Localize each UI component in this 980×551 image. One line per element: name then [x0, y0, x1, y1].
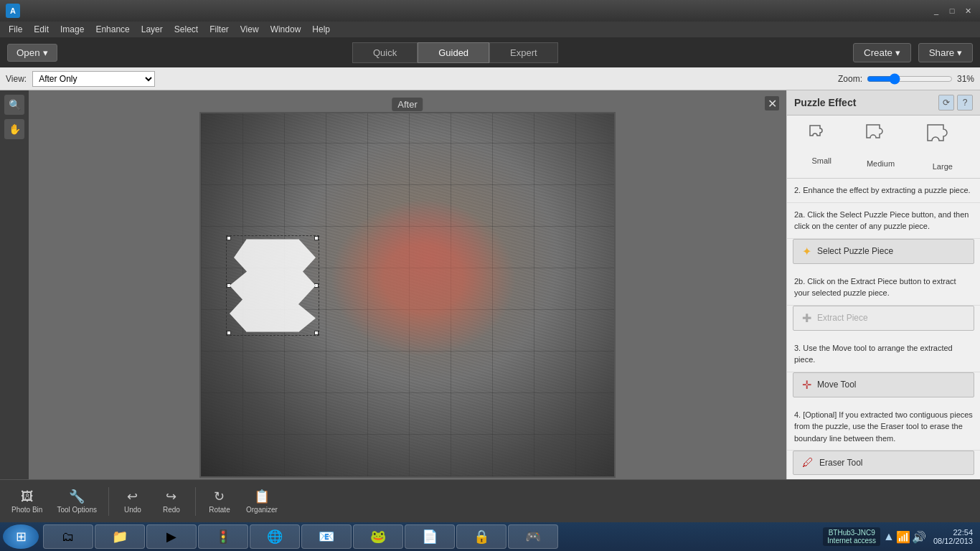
instruction-2b-text: 2b. Click on the Extract Piece button to… — [794, 277, 956, 298]
menu-enhance[interactable]: Enhance — [90, 23, 135, 36]
create-button[interactable]: Create ▾ — [853, 43, 911, 62]
canvas-area: After ✕ — [29, 90, 786, 479]
window-controls[interactable]: _ □ ✕ — [930, 4, 974, 17]
tab-guided[interactable]: Guided — [418, 42, 489, 63]
top-toolbar: Open ▾ Quick Guided Expert Create ▾ Shar… — [0, 37, 980, 67]
network-info: BTHub3-JNC9 Internet access — [823, 527, 880, 546]
right-panel-header: Puzzle Effect ⟳ ? — [787, 90, 980, 116]
taskbar-app-7[interactable]: 📄 — [405, 524, 455, 549]
taskbar-app-8[interactable]: 🔒 — [456, 524, 507, 549]
taskbar-app-9[interactable]: 🎮 — [508, 524, 558, 549]
share-label: Share — [929, 47, 955, 58]
extracted-puzzle-piece[interactable] — [230, 239, 316, 332]
select-puzzle-piece-button[interactable]: ✦ Select Puzzle Piece — [793, 239, 974, 264]
app-icon-2: ▶ — [166, 529, 176, 545]
sys-tray: ▲ 📶 🔊 — [883, 530, 926, 544]
puzzle-medium-icon — [866, 123, 895, 156]
menu-select[interactable]: Select — [169, 23, 204, 36]
maximize-button[interactable]: □ — [946, 4, 958, 17]
taskbar-app-0[interactable]: 🗂 — [43, 524, 93, 549]
eraser-tool-button[interactable]: 🖊 Eraser Tool — [793, 451, 974, 475]
puzzle-piece-shape — [230, 239, 316, 332]
extract-piece-button[interactable]: ✚ Extract Piece — [793, 306, 974, 331]
tool-options-label: Tool Options — [57, 506, 97, 514]
menu-edit[interactable]: Edit — [28, 23, 55, 36]
tool-options-tool[interactable]: 🔧 Tool Options — [51, 486, 103, 517]
undo-tool[interactable]: ↩ Undo — [115, 486, 151, 517]
menubar: File Edit Image Enhance Layer Select Fil… — [0, 22, 980, 37]
redo-tool[interactable]: ↪ Redo — [154, 486, 189, 517]
select-puzzle-piece-label: Select Puzzle Piece — [817, 246, 893, 256]
organizer-tool[interactable]: 📋 Organizer — [240, 486, 283, 517]
taskbar-app-2[interactable]: ▶ — [146, 524, 197, 549]
menu-window[interactable]: Window — [265, 23, 307, 36]
instruction-2a-text: 2a. Click the Select Puzzle Piece button… — [794, 210, 969, 231]
create-label: Create — [864, 47, 892, 58]
tab-quick[interactable]: Quick — [352, 42, 418, 63]
eraser-tool-label: Eraser Tool — [819, 458, 862, 468]
app-icon-3: 🚦 — [215, 529, 231, 545]
redo-label: Redo — [163, 506, 180, 514]
open-button[interactable]: Open ▾ — [7, 44, 57, 62]
menu-view[interactable]: View — [235, 23, 265, 36]
handle-top-right[interactable] — [314, 236, 319, 240]
move-tool-button[interactable]: ✛ Move Tool — [793, 372, 974, 397]
hand-tool[interactable]: ✋ — [4, 119, 24, 139]
minimize-button[interactable]: _ — [930, 4, 943, 17]
puzzle-medium-label: Medium — [867, 159, 895, 168]
titlebar-left: A — [6, 4, 20, 18]
taskbar-app-6[interactable]: 🐸 — [353, 524, 403, 549]
menu-layer[interactable]: Layer — [136, 23, 169, 36]
taskbar-app-5[interactable]: 📧 — [301, 524, 352, 549]
photo-bin-tool[interactable]: 🖼 Photo Bin — [6, 486, 48, 517]
zoom-area: Zoom: 31% — [838, 73, 974, 85]
tab-expert[interactable]: Expert — [489, 42, 558, 63]
toolbar-separator-1 — [108, 487, 109, 516]
photo-bin-icon: 🖼 — [21, 489, 34, 504]
instruction-2a: 2a. Click the Select Puzzle Piece button… — [787, 203, 980, 239]
taskbar-app-4[interactable]: 🌐 — [250, 524, 300, 549]
menu-image[interactable]: Image — [55, 23, 90, 36]
handle-top-left[interactable] — [227, 236, 231, 240]
refresh-icon[interactable]: ⟳ — [938, 95, 954, 110]
main-area: 🔍 ✋ After ✕ — [0, 90, 980, 479]
puzzle-large-label: Large — [933, 162, 953, 171]
puzzle-small-label: Small — [811, 156, 831, 165]
mode-tabs: Quick Guided Expert — [352, 42, 558, 63]
network-status: Internet access — [827, 537, 876, 545]
zoom-label: Zoom: — [838, 74, 862, 84]
start-icon: ⊞ — [16, 529, 27, 545]
share-button[interactable]: Share ▾ — [918, 43, 973, 62]
close-button[interactable]: ✕ — [961, 4, 974, 17]
instruction-3: 3. Use the Move tool to arrange the extr… — [787, 336, 980, 372]
open-arrow-icon: ▾ — [43, 47, 48, 58]
search-tool[interactable]: 🔍 — [4, 95, 24, 115]
puzzle-size-small[interactable]: Small — [809, 123, 834, 171]
menu-filter[interactable]: Filter — [204, 23, 235, 36]
menu-help[interactable]: Help — [306, 23, 336, 36]
move-icon: ✛ — [802, 378, 811, 392]
handle-bottom-right[interactable] — [314, 331, 319, 335]
puzzle-small-icon — [809, 123, 834, 154]
start-button[interactable]: ⊞ — [3, 524, 39, 549]
taskbar-app-1[interactable]: 📁 — [95, 524, 145, 549]
help-icon[interactable]: ? — [957, 95, 973, 110]
undo-label: Undo — [124, 506, 141, 514]
view-select[interactable]: After OnlyBefore OnlyBefore & After - Ho… — [32, 71, 155, 87]
rotate-tool[interactable]: ↻ Rotate — [202, 486, 237, 517]
app-icon-5: 📧 — [319, 529, 334, 545]
move-tool-label: Move Tool — [817, 380, 856, 390]
tray-icon-2: 📶 — [896, 530, 910, 544]
close-canvas-button[interactable]: ✕ — [765, 96, 779, 110]
handle-bottom-left[interactable] — [227, 331, 231, 335]
puzzle-size-medium[interactable]: Medium — [866, 123, 895, 171]
puzzle-size-large[interactable]: Large — [927, 123, 958, 171]
titlebar: A _ □ ✕ — [0, 0, 980, 22]
app-icon-4: 🌐 — [267, 529, 283, 545]
taskbar-app-3[interactable]: 🚦 — [198, 524, 248, 549]
menu-file[interactable]: File — [3, 23, 28, 36]
zoom-slider[interactable] — [867, 73, 953, 85]
panel-icons: ⟳ ? — [938, 95, 973, 110]
panel-title: Puzzle Effect — [794, 97, 856, 108]
extract-piece-label: Extract Piece — [817, 313, 868, 323]
